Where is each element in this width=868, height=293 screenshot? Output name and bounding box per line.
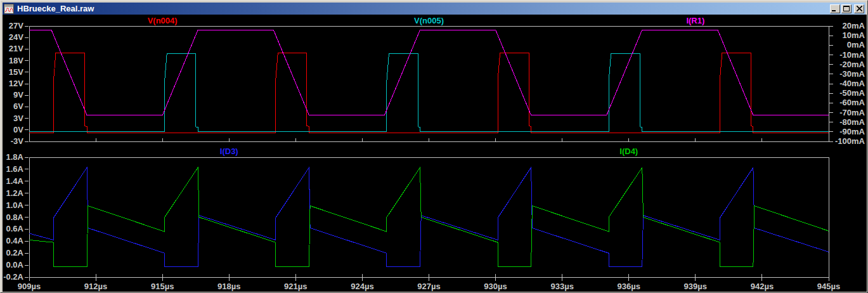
y-axis-tick-label: 0.4A [6, 236, 24, 245]
y-axis-tick-label: -3V [11, 136, 24, 146]
maximize-button[interactable] [841, 4, 852, 13]
time-axis-tick-label: 939µs [684, 282, 707, 291]
y-axis-tick-label: 12V [9, 79, 23, 88]
trace-V(n004) [29, 53, 829, 133]
y2-axis-tick-label: 20mA [843, 21, 865, 30]
legend-V(n005)[interactable]: V(n005) [414, 16, 444, 25]
time-axis-tick-label: 930µs [484, 282, 507, 291]
minimize-button[interactable] [830, 4, 840, 13]
y-axis-tick-label: 24V [9, 32, 23, 42]
y2-axis-tick-label: -60mA [839, 98, 865, 107]
y-axis-tick-label: 0V [13, 125, 23, 134]
y2-axis-tick-label: 0mA [847, 40, 865, 49]
y2-axis-tick-label: -80mA [839, 117, 865, 127]
top-pane-border[interactable] [29, 26, 829, 141]
time-axis-tick-label: 945µs [817, 282, 840, 291]
y-axis-tick-label: 1.2A [6, 188, 24, 198]
time-axis-tick-label: 918µs [217, 282, 240, 291]
legend-I(D4)[interactable]: I(D4) [619, 146, 638, 156]
y-axis-tick-label: 0.8A [6, 212, 24, 222]
y2-axis-tick-label: -100mA [835, 136, 865, 146]
time-axis-tick-label: 921µs [284, 282, 307, 291]
y-axis-tick-label: 0.0A [6, 260, 24, 270]
y-axis-tick-label: 15V [9, 67, 23, 77]
time-axis-tick-label: 909µs [18, 282, 41, 291]
y2-axis-tick-label: -30mA [839, 69, 865, 79]
waveform-plot[interactable]: 27V24V21V18V15V12V9V6V3V0V-3V20mA10mA0mA… [3, 15, 867, 292]
time-axis-tick-label: 936µs [618, 282, 640, 291]
y2-axis-tick-label: -10mA [839, 50, 865, 60]
time-axis-tick-label: 942µs [751, 282, 774, 291]
legend-I(D3)[interactable]: I(D3) [220, 146, 238, 156]
ltspice-waveform-window: HBruecke_Real.raw 27V24V21V18V15V12V9V6 [0, 0, 868, 293]
y-axis-tick-label: 1.8A [6, 152, 24, 162]
y2-axis-tick-label: -70mA [839, 108, 865, 117]
y2-axis-tick-label: -50mA [839, 88, 865, 98]
plot-client-area[interactable]: 27V24V21V18V15V12V9V6V3V0V-3V20mA10mA0mA… [3, 15, 867, 292]
y2-axis-tick-label: -20mA [839, 60, 865, 69]
y-axis-tick-label: 0.6A [6, 224, 24, 233]
minimize-icon [832, 6, 838, 11]
trace-I(D3) [29, 167, 829, 266]
time-axis-tick-label: 924µs [351, 282, 373, 291]
y-axis-tick-label: 1.0A [6, 200, 24, 210]
y-axis-tick-label: 21V [9, 44, 23, 53]
legend-I(R1)[interactable]: I(R1) [686, 16, 704, 25]
bottom-pane-border[interactable] [29, 157, 829, 277]
y2-axis-tick-label: 10mA [843, 30, 865, 40]
time-axis-tick-label: 912µs [84, 282, 107, 291]
time-axis-tick-label: 915µs [151, 282, 174, 291]
y-axis-tick-label: 6V [13, 101, 23, 111]
y-axis-tick-label: 1.4A [6, 176, 24, 186]
y-axis-tick-label: 9V [13, 90, 23, 100]
y2-axis-tick-label: -90mA [839, 127, 865, 136]
time-axis-tick-label: 927µs [417, 282, 440, 291]
y-axis-tick-label: 0.2A [6, 248, 24, 257]
close-button[interactable] [854, 4, 864, 13]
time-axis-tick-label: 933µs [550, 282, 573, 291]
window-title: HBruecke_Real.raw [17, 4, 830, 13]
close-icon [857, 6, 862, 11]
y-axis-tick-label: 27V [9, 21, 23, 30]
title-bar[interactable]: HBruecke_Real.raw [3, 3, 865, 15]
y-axis-tick-label: 1.6A [6, 164, 24, 174]
trace-V(n005) [29, 54, 829, 132]
y-axis-tick-label: -0.2A [3, 272, 23, 282]
trace-I(R1) [29, 30, 829, 115]
y-axis-tick-label: 18V [9, 56, 23, 65]
maximize-icon [843, 6, 850, 11]
y-axis-tick-label: 3V [13, 114, 23, 123]
legend-V(n004)[interactable]: V(n004) [148, 16, 178, 25]
window-controls [830, 4, 864, 13]
trace-I(D4) [29, 167, 829, 266]
waveform-document-icon[interactable] [4, 4, 14, 14]
y2-axis-tick-label: -40mA [839, 79, 865, 88]
